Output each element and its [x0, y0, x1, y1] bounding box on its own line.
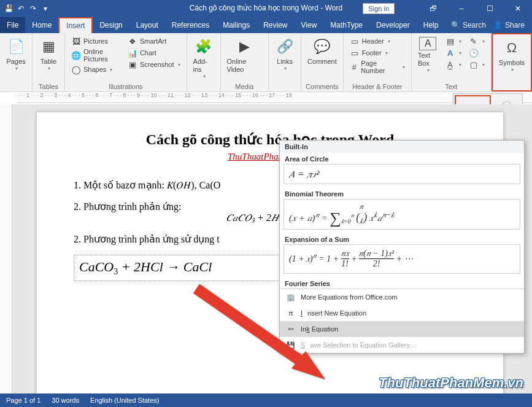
footer-button[interactable]: ▭Footer▾	[347, 47, 407, 58]
addins-button[interactable]: 🧩 Add-ins▾	[191, 36, 217, 81]
pictures-button[interactable]: 🖼Pictures	[69, 36, 123, 47]
page-icon: 📄	[6, 37, 26, 56]
tab-insert[interactable]: Insert	[58, 17, 93, 33]
shapes-icon: ◯	[71, 64, 81, 74]
tab-review[interactable]: Review	[256, 17, 294, 33]
menu-ink-equation[interactable]: ✏ Ink Equation	[280, 321, 524, 337]
online-pictures-button[interactable]: 🌐Online Pictures	[69, 47, 123, 63]
tab-home[interactable]: Home	[25, 17, 58, 33]
text-box-icon: A	[419, 37, 436, 50]
eq-item-fourier-label: Fourier Series	[280, 277, 524, 289]
date-icon: 🕒	[469, 48, 479, 58]
online-pictures-icon: 🌐	[71, 50, 81, 60]
close-button[interactable]: ✕	[504, 0, 532, 17]
eq-item-expand[interactable]: (1 + 𝑥)𝑛 = 1 + 𝑛𝑥1! + 𝑛(𝑛 − 1)𝑥²2! + ⋯	[283, 244, 520, 274]
screenshot-button[interactable]: ▣Screenshot▾	[125, 59, 183, 70]
page-number-button[interactable]: #Page Number▾	[347, 59, 407, 75]
pages-button[interactable]: 📄 Pages▾	[4, 36, 28, 73]
watermark: ThuThuatPhanMem.vn	[379, 375, 523, 391]
undo-icon[interactable]: ↶	[16, 4, 26, 14]
minimize-button[interactable]: –	[447, 0, 476, 17]
page-number-icon: #	[350, 62, 359, 72]
save-icon[interactable]: 💾	[4, 4, 13, 14]
tab-file[interactable]: File	[0, 17, 25, 33]
online-video-button[interactable]: ▶ Online Video	[225, 36, 265, 75]
group-symbols: Ω Symbols▾	[492, 33, 532, 91]
date-time-button[interactable]: 🕒	[466, 47, 487, 58]
symbols-button[interactable]: Ω Symbols▾	[496, 37, 527, 74]
text-box-button[interactable]: A Text Box▾	[415, 36, 441, 75]
tab-layout[interactable]: Layout	[129, 17, 165, 33]
object-button[interactable]: ▢▾	[466, 59, 487, 70]
tab-references[interactable]: References	[165, 17, 216, 33]
ribbon-display-icon[interactable]: 🗗	[419, 0, 447, 17]
group-text: A Text Box▾ ▤▾ A▾ A̲▾ ✎▾ 🕒 ▢▾ Text	[412, 33, 492, 91]
quick-parts-button[interactable]: ▤▾	[443, 36, 464, 47]
quick-access-toolbar: 💾 ↶ ↷ ▾	[0, 4, 50, 14]
footer-icon: ▭	[350, 48, 360, 58]
menu-more-equations[interactable]: 🏢 More Equations from Office.com	[280, 289, 524, 305]
group-label-illustrations: Illustrations	[69, 82, 183, 90]
quick-parts-icon: ▤	[445, 36, 455, 46]
save-gallery-icon: 💾	[286, 340, 296, 350]
vertical-ruler[interactable]	[0, 104, 12, 393]
eq-item-binom-label: Binomial Theorem	[280, 188, 524, 199]
shapes-button[interactable]: ◯Shapes▾	[69, 64, 123, 75]
header-button[interactable]: ▭Header▾	[347, 36, 407, 47]
tab-view[interactable]: View	[295, 17, 324, 33]
signature-icon: ✎	[469, 36, 479, 46]
table-button[interactable]: ▦ Table▾	[36, 36, 61, 73]
group-label-tables: Tables	[36, 82, 61, 90]
chart-icon: 📊	[128, 48, 137, 58]
share-button[interactable]: 👤Share	[493, 21, 525, 29]
group-header-footer: ▭Header▾ ▭Footer▾ #Page Number▾ Header &…	[344, 33, 412, 91]
tell-me-search[interactable]: 🔍Search	[451, 21, 486, 29]
drop-cap-button[interactable]: A̲▾	[443, 59, 464, 70]
search-icon: 🔍	[451, 21, 460, 29]
signature-line-button[interactable]: ✎▾	[466, 36, 487, 47]
comment-button[interactable]: 💬 Comment	[305, 36, 339, 67]
eq-item-area[interactable]: 𝐴 = 𝜋𝑟²	[283, 164, 520, 184]
tab-help[interactable]: Help	[417, 17, 445, 33]
group-label-hf: Header & Footer	[347, 82, 407, 90]
tab-design[interactable]: Design	[93, 17, 129, 33]
office-icon: 🏢	[286, 292, 296, 302]
qat-customize-icon[interactable]: ▾	[40, 4, 50, 14]
ribbon-tabs: File Home Insert Design Layout Reference…	[0, 17, 532, 33]
tab-mailings[interactable]: Mailings	[216, 17, 256, 33]
drop-cap-icon: A̲	[445, 60, 455, 69]
menu-save-selection: 💾 Save Selection to Equation Gallery…	[280, 337, 524, 353]
maximize-button[interactable]: ☐	[476, 0, 504, 17]
status-word-count[interactable]: 30 words	[52, 397, 79, 404]
tab-mathtype[interactable]: MathType	[323, 17, 369, 33]
equation-gallery-panel: Built-In Area of Circle 𝐴 = 𝜋𝑟² Binomial…	[279, 140, 525, 354]
status-page[interactable]: Page 1 of 1	[6, 397, 40, 404]
header-icon: ▭	[350, 36, 360, 46]
status-language[interactable]: English (United States)	[90, 397, 160, 404]
redo-icon[interactable]: ↷	[28, 4, 38, 14]
status-bar: Page 1 of 1 30 words English (United Sta…	[0, 393, 532, 407]
links-button[interactable]: 🔗 Links▾	[272, 36, 297, 73]
screenshot-icon: ▣	[128, 60, 137, 69]
menu-insert-new-equation[interactable]: π Insert New Equation	[280, 305, 524, 321]
eq-item-expand-label: Expansion of a Sum	[280, 233, 524, 244]
ribbon-body: 📄 Pages▾ ▦ Table▾ Tables 🖼Pictures 🌐Onli…	[0, 33, 532, 92]
link-icon: 🔗	[275, 37, 295, 56]
object-icon: ▢	[469, 60, 479, 69]
eq-item-area-label: Area of Circle	[280, 153, 524, 164]
selected-equation[interactable]: CaCO3 + 2HCl → CaCl	[74, 255, 282, 281]
eq-item-binom[interactable]: (𝑥 + 𝑎)𝑛 = ∑𝑘=0𝑛 (𝑛𝑘) 𝑥𝑘𝑎𝑛−𝑘	[283, 199, 520, 230]
sign-in-button[interactable]: Sign in	[363, 3, 395, 14]
share-icon: 👤	[493, 21, 503, 29]
group-addins: 🧩 Add-ins▾	[187, 33, 221, 91]
wordart-button[interactable]: A▾	[443, 47, 464, 58]
tab-developer[interactable]: Developer	[369, 17, 417, 33]
table-icon: ▦	[39, 37, 58, 56]
equation-menu-footer: 🏢 More Equations from Office.com π Inser…	[280, 289, 524, 353]
group-media: ▶ Online Video Media	[221, 33, 269, 91]
group-tables: ▦ Table▾ Tables	[33, 33, 65, 91]
chart-button[interactable]: 📊Chart	[125, 47, 183, 58]
smartart-button[interactable]: ❖SmartArt	[125, 36, 183, 47]
title-bar: 💾 ↶ ↷ ▾ Cách gõ công thức hóa học trong …	[0, 0, 532, 17]
group-label-media: Media	[225, 82, 265, 90]
